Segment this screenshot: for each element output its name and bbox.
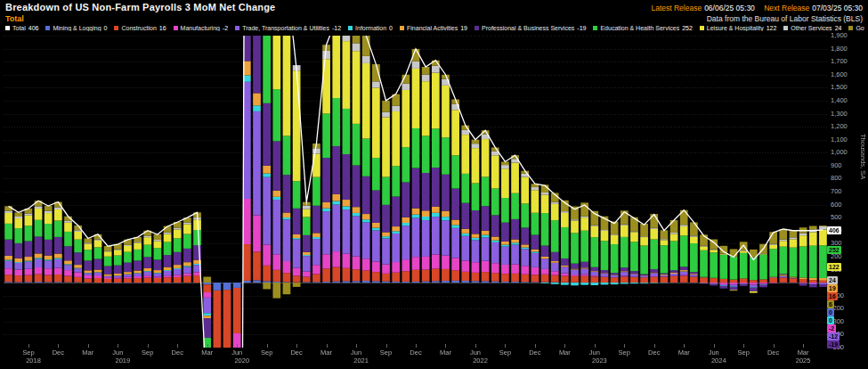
legend-swatch-icon — [5, 26, 10, 30]
last-value-badge: 19 — [827, 284, 838, 292]
legend-item-manufacturing[interactable]: Manufacturing-2 — [174, 25, 229, 31]
x-axis-month-label: Jun — [228, 348, 246, 357]
x-axis-month-label: Sep — [139, 348, 157, 357]
x-axis-month-label: Mar — [199, 348, 216, 357]
legend-swatch-icon — [45, 26, 50, 30]
x-axis-month-label: Mar — [318, 348, 336, 357]
x-axis: SepDecMarJunSepDecMarJunSepDecMarJunSepD… — [4, 348, 828, 368]
last-value-badge: -12 — [827, 332, 840, 340]
x-axis-month-label: Dec — [168, 348, 186, 357]
x-axis-month-label: Dec — [645, 348, 663, 357]
legend-label: Professional & Business Services — [482, 25, 574, 31]
legend-swatch-icon — [400, 26, 404, 30]
x-axis-month-label: Dec — [49, 348, 67, 357]
legend-label: Trade, Transportation & Utilities — [242, 25, 329, 31]
legend-item-financial-activities[interactable]: Financial Activities19 — [400, 25, 467, 31]
legend-item-trade-transportation-utilities[interactable]: Trade, Transportation & Utilities-12 — [235, 25, 341, 31]
last-value-badge: 6 — [827, 300, 834, 308]
legend-value: -12 — [332, 25, 341, 31]
legend-value: 406 — [28, 25, 39, 31]
last-value-badge: 16 — [827, 292, 838, 300]
legend: Total406Mining & Logging0Construction16M… — [5, 25, 864, 31]
next-release-label: Next Release — [764, 4, 809, 12]
legend-swatch-icon — [475, 26, 479, 30]
latest-release-label: Latest Release — [651, 4, 702, 12]
x-axis-year-label: 2024 — [705, 357, 732, 365]
last-value-badge: -19 — [827, 340, 840, 348]
legend-label: Total — [12, 25, 26, 31]
legend-label: Education & Health Services — [600, 25, 679, 31]
legend-swatch-icon — [593, 26, 597, 30]
x-axis-month-label: Mar — [794, 348, 812, 357]
last-value-badge: 24 — [827, 276, 838, 284]
legend-value: 252 — [682, 25, 693, 31]
legend-swatch-icon — [174, 26, 178, 30]
x-axis-month-label: Sep — [377, 348, 395, 357]
x-axis-year-label: 2018 — [20, 357, 46, 365]
x-axis-year-label: 2020 — [229, 357, 256, 365]
y-axis-title: Thousands, SA — [859, 134, 867, 179]
x-axis-month-label: Jun — [705, 348, 723, 357]
release-info: Latest Release06/06/25 05:30 Next Releas… — [644, 4, 863, 12]
legend-item-construction[interactable]: Construction16 — [114, 25, 166, 31]
last-value-badge: 252 — [827, 246, 841, 254]
x-axis-month-label: Mar — [79, 348, 97, 357]
x-axis-year-label: 2019 — [110, 357, 136, 365]
page-title: Breakdown of US Non-Farm Payrolls 3 MoM … — [5, 2, 275, 12]
x-axis-month-label: Dec — [765, 348, 783, 357]
x-axis-month-label: Mar — [436, 348, 454, 357]
legend-swatch-icon — [114, 26, 118, 30]
legend-value: 19 — [460, 25, 467, 31]
legend-label: Government — [856, 25, 864, 31]
last-value-badge: -2 — [827, 324, 836, 332]
legend-label: Mining & Logging — [53, 25, 101, 31]
legend-label: Leisure & Hospitality — [707, 25, 764, 31]
series-selector-total[interactable]: Total — [5, 14, 24, 23]
x-axis-month-label: Jun — [466, 348, 484, 357]
x-axis-month-label: Sep — [615, 348, 633, 357]
legend-label: Construction — [121, 25, 156, 31]
latest-release-value: 06/06/25 05:30 — [704, 4, 755, 12]
bloomberg-chart-window: Breakdown of US Non-Farm Payrolls 3 MoM … — [0, 0, 868, 369]
legend-value: 24 — [835, 25, 842, 31]
x-axis-year-label: 2021 — [348, 357, 375, 365]
x-axis-month-label: Dec — [288, 348, 305, 357]
source-note: Data from the Bureau of Labor Statistics… — [707, 14, 863, 23]
legend-label: Financial Activities — [407, 25, 458, 31]
legend-value: 0 — [104, 25, 108, 31]
last-value-badge: 406 — [827, 226, 841, 234]
legend-item-mining-logging[interactable]: Mining & Logging0 — [45, 25, 107, 31]
axis-last-value-badges: 406252122241916600-2-12-19 — [827, 36, 854, 351]
legend-item-professional-business-services[interactable]: Professional & Business Services-19 — [475, 25, 586, 31]
legend-value: -2 — [223, 25, 228, 31]
x-axis-year-label: 2025 — [790, 357, 816, 365]
legend-swatch-icon — [700, 26, 704, 30]
legend-swatch-icon — [235, 26, 239, 30]
legend-item-government[interactable]: Government6 — [848, 25, 864, 31]
legend-value: -19 — [577, 25, 586, 31]
last-value-badge: 0 — [827, 308, 834, 316]
last-value-badge: 0 — [827, 316, 834, 324]
legend-label: Manufacturing — [181, 25, 220, 31]
x-axis-month-label: Dec — [526, 348, 544, 357]
legend-swatch-icon — [783, 26, 788, 30]
legend-item-education-health-services[interactable]: Education & Health Services252 — [593, 25, 692, 31]
x-axis-month-label: Sep — [20, 348, 37, 357]
x-axis-month-label: Sep — [496, 348, 514, 357]
last-value-badge: 122 — [827, 263, 841, 271]
legend-value: 122 — [767, 25, 777, 31]
legend-swatch-icon — [848, 26, 853, 30]
x-axis-month-label: Jun — [586, 348, 604, 357]
legend-item-information[interactable]: Information0 — [348, 25, 393, 31]
payrolls-stacked-bar-chart[interactable] — [4, 36, 828, 348]
legend-item-leisure-hospitality[interactable]: Leisure & Hospitality122 — [700, 25, 777, 31]
x-axis-month-label: Sep — [734, 348, 752, 357]
x-axis-month-label: Sep — [258, 348, 276, 357]
legend-item-total[interactable]: Total406 — [5, 25, 38, 31]
legend-swatch-icon — [348, 26, 353, 30]
x-axis-month-label: Dec — [407, 348, 425, 357]
legend-value: 16 — [159, 25, 166, 31]
legend-item-other-services[interactable]: Other Services24 — [783, 25, 841, 31]
header-row: Breakdown of US Non-Farm Payrolls 3 MoM … — [5, 2, 863, 12]
x-axis-year-label: 2023 — [586, 357, 612, 365]
